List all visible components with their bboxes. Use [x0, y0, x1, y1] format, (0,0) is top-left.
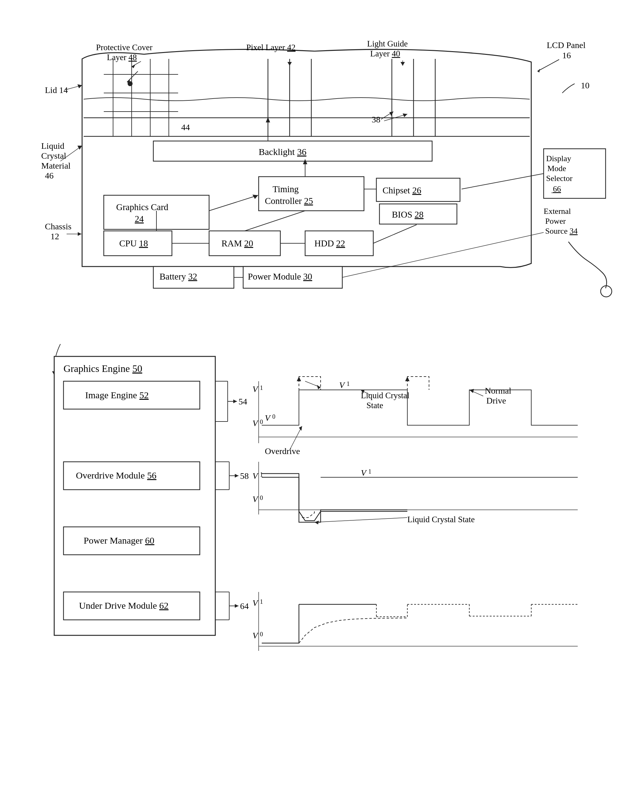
svg-text:V: V	[253, 598, 259, 608]
svg-marker-136	[297, 377, 301, 381]
svg-text:0: 0	[260, 418, 263, 425]
svg-marker-154	[469, 389, 474, 393]
svg-text:64: 64	[240, 601, 249, 611]
svg-text:External: External	[544, 207, 571, 216]
top-diagram-svg: 10 LCD Panel 16	[36, 31, 609, 325]
svg-text:1: 1	[347, 380, 350, 387]
svg-text:BIOS 28: BIOS 28	[392, 209, 423, 220]
svg-text:Display: Display	[546, 154, 571, 163]
svg-text:Mode: Mode	[547, 164, 566, 173]
svg-text:10: 10	[581, 81, 589, 90]
svg-text:Battery 32: Battery 32	[160, 272, 197, 281]
svg-text:V: V	[253, 384, 259, 394]
svg-text:58: 58	[240, 471, 249, 481]
svg-marker-4	[537, 69, 540, 73]
svg-text:V: V	[265, 413, 271, 423]
svg-line-166	[314, 517, 407, 522]
svg-text:Material: Material	[41, 161, 71, 171]
svg-text:66: 66	[553, 185, 561, 193]
svg-text:V: V	[361, 468, 367, 478]
svg-text:V: V	[339, 380, 346, 390]
svg-text:Graphics Engine 50: Graphics Engine 50	[64, 363, 142, 374]
svg-text:1: 1	[260, 598, 263, 605]
svg-text:Liquid Crystal State: Liquid Crystal State	[407, 515, 475, 524]
svg-text:Under Drive Module 62: Under Drive Module 62	[79, 600, 169, 611]
svg-marker-150	[299, 426, 302, 431]
svg-text:1: 1	[260, 471, 263, 478]
svg-text:Chassis: Chassis	[45, 221, 72, 231]
svg-text:Pixel Layer 42: Pixel Layer 42	[246, 43, 295, 52]
svg-text:Power Module 30: Power Module 30	[248, 272, 312, 281]
svg-text:Normal: Normal	[485, 386, 512, 395]
svg-text:Power: Power	[545, 217, 566, 226]
svg-text:V: V	[253, 495, 259, 504]
svg-text:Backlight 36: Backlight 36	[259, 147, 306, 157]
svg-text:Liquid: Liquid	[41, 141, 64, 151]
bottom-diagram-svg: Graphics Engine 50 Image Engine 52 Overd…	[36, 344, 609, 685]
svg-text:0: 0	[260, 495, 263, 501]
svg-marker-122	[235, 474, 239, 478]
svg-text:Protective Cover: Protective Cover	[96, 43, 152, 52]
svg-text:44: 44	[181, 122, 190, 132]
svg-text:V: V	[253, 471, 259, 481]
svg-marker-128	[235, 604, 239, 608]
svg-text:0: 0	[272, 413, 276, 420]
page: 10 LCD Panel 16	[0, 0, 644, 812]
svg-text:1: 1	[260, 384, 263, 391]
svg-marker-74	[78, 146, 82, 150]
svg-marker-78	[78, 232, 81, 236]
svg-marker-116	[233, 400, 237, 403]
svg-text:0: 0	[260, 631, 263, 638]
svg-text:Liquid Crystal: Liquid Crystal	[361, 391, 410, 400]
svg-text:16: 16	[562, 50, 571, 60]
svg-text:Graphics Card: Graphics Card	[116, 202, 169, 212]
svg-text:HDD 22: HDD 22	[314, 238, 345, 248]
svg-marker-139	[317, 385, 321, 389]
svg-text:Layer 48: Layer 48	[107, 53, 137, 62]
svg-text:Image Engine 52: Image Engine 52	[85, 390, 149, 400]
svg-text:24: 24	[135, 214, 144, 224]
svg-text:Drive: Drive	[486, 396, 506, 405]
svg-text:Chipset 26: Chipset 26	[382, 185, 421, 195]
svg-text:Crystal: Crystal	[41, 151, 66, 160]
svg-text:V: V	[253, 418, 259, 428]
svg-text:Overdrive: Overdrive	[265, 446, 300, 456]
svg-text:Layer 40: Layer 40	[370, 49, 400, 58]
svg-text:RAM 20: RAM 20	[221, 238, 253, 248]
svg-line-3	[537, 60, 559, 71]
svg-text:Timing: Timing	[273, 184, 298, 194]
bottom-diagram: Graphics Engine 50 Image Engine 52 Overd…	[36, 344, 609, 685]
svg-text:12: 12	[50, 232, 59, 241]
svg-marker-167	[314, 520, 319, 524]
svg-text:54: 54	[239, 397, 247, 406]
top-diagram: 10 LCD Panel 16	[36, 31, 609, 325]
svg-text:Light Guide: Light Guide	[367, 39, 408, 48]
svg-text:38: 38	[372, 114, 381, 124]
svg-text:46: 46	[45, 171, 53, 180]
svg-text:State: State	[367, 401, 383, 410]
svg-text:Selector: Selector	[546, 174, 573, 183]
svg-text:Source 34: Source 34	[545, 227, 578, 235]
svg-text:Overdrive Module 56: Overdrive Module 56	[76, 470, 157, 480]
svg-text:Power Manager 60: Power Manager 60	[84, 535, 154, 545]
svg-text:LCD Panel: LCD Panel	[547, 40, 585, 50]
svg-text:Controller 25: Controller 25	[265, 196, 313, 206]
svg-text:CPU 18: CPU 18	[119, 238, 148, 248]
svg-text:1: 1	[368, 468, 371, 475]
svg-text:V: V	[253, 631, 259, 640]
svg-text:Lid 14: Lid 14	[45, 85, 68, 95]
svg-marker-137	[405, 377, 410, 381]
